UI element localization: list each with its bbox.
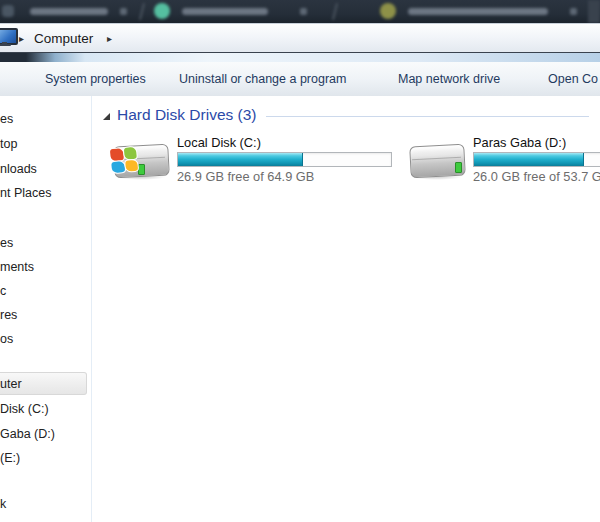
sidebar-item[interactable]: Gaba (D:) — [0, 424, 90, 444]
hard-drive-icon — [408, 141, 466, 183]
drive-tile-paras-gaba-d[interactable]: Paras Gaba (D:) 26.0 GB free of 53.7 G — [408, 135, 600, 187]
group-title: Hard Disk Drives (3) — [117, 106, 257, 124]
close-tab-icon — [300, 8, 307, 15]
system-properties-button[interactable]: System properties — [45, 62, 146, 96]
sidebar-item[interactable]: k — [0, 494, 90, 514]
capacity-bar-fill — [474, 153, 584, 166]
tab-divider — [332, 3, 338, 20]
blurred-tab-title — [182, 8, 268, 15]
drive-free-space: 26.0 GB free of 53.7 G — [473, 169, 600, 184]
windows-flag-icon — [110, 147, 138, 174]
drive-led-icon — [455, 162, 462, 173]
capacity-bar — [473, 152, 600, 167]
sidebar-item-computer[interactable]: uter — [0, 374, 90, 394]
map-network-drive-button[interactable]: Map network drive — [398, 62, 500, 96]
sidebar-item[interactable]: es — [0, 109, 90, 129]
sidebar-item[interactable]: (E:) — [0, 448, 90, 468]
tab-favicon-icon — [2, 5, 14, 17]
tab-strip-edge — [588, 0, 600, 23]
drive-led-icon — [138, 164, 145, 175]
hard-drive-windows-icon — [112, 141, 170, 183]
sidebar-item[interactable]: nt Places — [0, 183, 90, 203]
navigation-pane: es top nloads nt Places es ments c res o… — [0, 96, 92, 522]
group-rule — [266, 116, 589, 117]
drive-name: Paras Gaba (D:) — [473, 135, 566, 150]
tab-divider — [139, 3, 145, 20]
blurred-tabs — [0, 0, 600, 23]
capacity-bar-fill — [178, 153, 303, 166]
sidebar-item[interactable]: Disk (C:) — [0, 399, 90, 419]
address-bar[interactable]: ▸ Computer ▸ — [0, 23, 600, 53]
sidebar-item[interactable]: os — [0, 329, 90, 349]
blurred-tab-title — [408, 8, 548, 15]
sidebar-item[interactable]: top — [0, 134, 90, 154]
capacity-bar — [177, 152, 392, 167]
command-toolbar: System properties Uninstall or change a … — [0, 62, 600, 97]
olive-dot-icon — [380, 3, 396, 19]
breadcrumb-arrow-icon[interactable]: ▸ — [107, 24, 112, 53]
breadcrumb-arrow-icon[interactable]: ▸ — [19, 24, 24, 53]
teal-dot-icon — [154, 3, 170, 19]
sidebar-item[interactable]: ments — [0, 257, 90, 277]
content-area: es top nloads nt Places es ments c res o… — [0, 96, 600, 522]
computer-icon — [0, 28, 15, 47]
sidebar-item[interactable]: es — [0, 233, 90, 253]
collapse-triangle-icon[interactable] — [103, 113, 110, 120]
drive-free-space: 26.9 GB free of 64.9 GB — [177, 169, 314, 184]
drive-name: Local Disk (C:) — [177, 135, 261, 150]
browser-tab-strip — [0, 0, 600, 24]
sidebar-item[interactable]: nloads — [0, 159, 90, 179]
close-tab-icon — [120, 8, 127, 15]
explorer-window: ▸ Computer ▸ System properties Uninstall… — [0, 0, 600, 522]
open-control-panel-button[interactable]: Open Co — [548, 62, 598, 96]
close-tab-icon — [570, 8, 577, 15]
items-view: Hard Disk Drives (3) Local Disk (C:) — [92, 96, 600, 522]
breadcrumb-computer[interactable]: Computer — [34, 24, 93, 53]
uninstall-program-button[interactable]: Uninstall or change a program — [179, 62, 346, 96]
drive-tile-local-disk-c[interactable]: Local Disk (C:) 26.9 GB free of 64.9 GB — [112, 135, 392, 187]
group-header-hard-disk-drives[interactable]: Hard Disk Drives (3) — [103, 106, 595, 124]
sidebar-item[interactable]: c — [0, 281, 90, 301]
blurred-tab-title — [30, 8, 108, 15]
sidebar-item[interactable]: res — [0, 305, 90, 325]
